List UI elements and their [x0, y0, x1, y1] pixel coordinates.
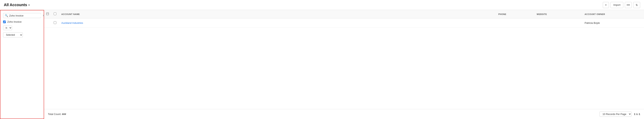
filter-checkbox-label: Zoho Invoice [7, 20, 22, 23]
filter-operator-select[interactable]: is [3, 26, 12, 30]
title-chevron-icon[interactable]: ▾ [28, 4, 30, 7]
more-options-button[interactable]: ••• [625, 2, 632, 8]
table-header: ACCOUNT NAME PHONE WEBSITE ACCOUNT OWNER [44, 10, 644, 19]
content-area: ACCOUNT NAME PHONE WEBSITE ACCOUNT OWNER… [44, 10, 644, 119]
filter-operator-row: is [3, 26, 41, 30]
pagination-info: 1 to 1 [634, 113, 640, 115]
total-count-value: ### [62, 113, 66, 115]
pagination-current-page: 1 [634, 113, 635, 115]
pagination-total-pages: 1 [639, 113, 640, 115]
pagination-controls: 10 Records Per Page 25 Records Per Page … [600, 111, 640, 117]
select-all-checkbox[interactable] [54, 13, 56, 15]
per-page-select[interactable]: 10 Records Per Page 25 Records Per Page … [600, 111, 632, 117]
import-button[interactable]: Import [610, 2, 623, 8]
filter-search-input[interactable] [9, 14, 42, 17]
svg-rect-0 [46, 13, 49, 15]
account-name-link[interactable]: Auckland Industries [61, 22, 83, 24]
account-owner-cell: Patricia Boyle [584, 22, 642, 24]
row-select-checkbox[interactable] [54, 21, 56, 24]
table-footer: Total Count: ### 10 Records Per Page 25 … [44, 109, 644, 119]
add-button[interactable]: + [603, 2, 609, 8]
table-row: Auckland Industries Patricia Boyle [44, 19, 644, 28]
total-count-label: Total Count: [48, 113, 61, 115]
pagination-to-label: to [636, 113, 638, 115]
account-owner-column-header: ACCOUNT OWNER [584, 13, 642, 15]
row-checkbox-cell[interactable] [54, 21, 61, 25]
sort-button[interactable]: ⇅ [633, 2, 640, 8]
phone-column-header: PHONE [498, 13, 537, 15]
search-icon: 🔍 [5, 14, 8, 17]
filter-value-select[interactable]: Selected Unselected [3, 32, 23, 37]
header-actions: + Import ••• ⇅ [603, 2, 640, 8]
select-all-checkbox-header[interactable] [54, 13, 61, 16]
filter-sidebar: 🔍 ✕ Zoho Invoice is Selected Unselected [0, 10, 44, 119]
page-title: All Accounts [4, 3, 27, 7]
filter-value-row: Selected Unselected [3, 32, 41, 37]
page-header: All Accounts ▾ + Import ••• ⇅ [0, 0, 644, 10]
website-column-header: WEBSITE [537, 13, 584, 15]
total-count: Total Count: ### [48, 113, 66, 115]
content-spacer [44, 28, 644, 109]
filter-search-box: 🔍 ✕ [3, 13, 41, 18]
header-left: All Accounts ▾ [4, 3, 30, 7]
filter-checkbox[interactable] [3, 21, 6, 23]
account-name-column-header: ACCOUNT NAME [61, 13, 498, 15]
main-layout: 🔍 ✕ Zoho Invoice is Selected Unselected [0, 10, 644, 119]
pin-column-icon [46, 12, 54, 16]
filter-checkbox-row: Zoho Invoice [3, 20, 41, 23]
account-name-cell: Auckland Industries [61, 22, 498, 24]
